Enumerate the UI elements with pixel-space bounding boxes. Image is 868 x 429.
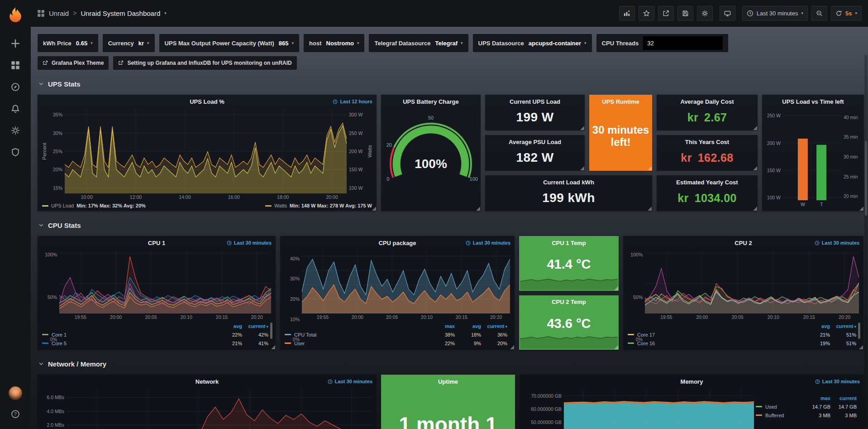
configuration-gear-icon xyxy=(11,126,20,135)
memory-chart[interactable] xyxy=(564,389,754,429)
time-range-picker[interactable]: Last 30 minutes ▾ xyxy=(742,6,808,21)
legend-row[interactable]: User22%9%20% xyxy=(285,339,507,347)
panel-header[interactable]: UPS Load % Last 12 hours xyxy=(38,95,377,108)
legend-row[interactable]: Core 1721%51% xyxy=(628,330,856,339)
dashboard-settings-button[interactable] xyxy=(697,6,713,21)
ups-load-chart[interactable] xyxy=(65,109,347,193)
legend-row[interactable]: Core 1619%51% xyxy=(628,339,856,347)
variable-value-dropdown[interactable]: 865▾ xyxy=(279,40,294,47)
zoom-out-button[interactable] xyxy=(811,6,827,21)
panel-header[interactable]: This Years Cost xyxy=(657,135,758,146)
share-button[interactable] xyxy=(658,6,674,21)
legend-header: avgcurrent▾ xyxy=(628,322,856,330)
legend-col-avg[interactable]: avg xyxy=(804,323,830,329)
legend-row[interactable]: CPU Total38%18%36% xyxy=(285,330,507,339)
sidebar-dashboards-button[interactable] xyxy=(0,54,31,76)
legend-row[interactable]: Core 122%42% xyxy=(42,330,268,339)
cpu1-chart[interactable] xyxy=(59,251,271,313)
legend-item[interactable]: UPS LoadMin: 17% Max: 32% Avg: 20% xyxy=(42,203,146,208)
legend-scrollbar[interactable] xyxy=(858,323,860,339)
x-axis-ticks: 19:5520:0020:0520:1020:1520:20 xyxy=(645,313,859,321)
panel-header[interactable]: Uptime xyxy=(381,375,515,386)
panel-time-override: Last 30 minutes xyxy=(815,379,860,384)
add-panel-button[interactable] xyxy=(619,6,635,21)
star-button[interactable] xyxy=(639,6,654,21)
y-axis-ticks-left: 70.000000 GB60.000000 GB50.000000 GB xyxy=(524,389,564,429)
legend-col-current[interactable]: current▾ xyxy=(481,323,507,329)
variable-value-dropdown[interactable]: 0.65▾ xyxy=(76,40,93,47)
legend-col-avg[interactable]: avg xyxy=(455,323,481,329)
panel-header[interactable]: CPU 1 Last 30 minutes xyxy=(38,236,276,250)
breadcrumb-folder[interactable]: Unraid xyxy=(49,10,69,17)
grafana-logo[interactable] xyxy=(6,5,24,24)
panel-time-override: Last 30 minutes xyxy=(328,379,372,384)
variable-value-dropdown[interactable]: kr▾ xyxy=(138,40,149,47)
panel-header[interactable]: Network Last 30 minutes xyxy=(38,375,377,388)
svg-text:T: T xyxy=(820,202,823,207)
legend: avgcurrent▾Core 122%42%Core 521%41% xyxy=(42,322,268,347)
cpu-package-chart[interactable] xyxy=(302,251,510,313)
panel-header[interactable]: UPS Runtime xyxy=(589,95,652,106)
panel-header[interactable]: UPS Load vs Time left xyxy=(762,95,864,108)
x-axis-ticks: 19:5520:0020:0520:1020:1520:20 xyxy=(59,313,271,321)
ups-vs-time-chart[interactable]: WT xyxy=(783,109,841,207)
legend-scrollbar[interactable] xyxy=(270,323,272,339)
page-scrollbar[interactable] xyxy=(864,55,868,427)
legend-col-max[interactable]: max xyxy=(804,395,830,401)
network-chart[interactable] xyxy=(67,389,372,429)
panel-header[interactable]: Current Load kWh xyxy=(485,175,652,187)
legend-col-current[interactable]: current▾ xyxy=(830,323,856,329)
legend-col-current[interactable]: current▾ xyxy=(242,323,268,329)
user-avatar[interactable] xyxy=(9,386,22,400)
section-cpu-stats[interactable]: CPU Stats xyxy=(38,220,864,231)
save-button[interactable] xyxy=(677,6,693,21)
legend-row[interactable]: Used14.7 GB14.7 GB xyxy=(756,402,857,411)
panel-header[interactable]: UPS Battery Charge xyxy=(381,95,481,108)
cpu2-chart[interactable] xyxy=(645,251,859,313)
sidebar-configuration-button[interactable] xyxy=(0,120,31,141)
sidebar-create-button[interactable] xyxy=(0,33,31,54)
cpu-threads-input[interactable] xyxy=(643,36,723,50)
refresh-interval[interactable]: 5s xyxy=(845,10,852,17)
variable-chip: UPS Max Output Power Capacity (Watt) 865… xyxy=(159,34,299,52)
sidebar-help-button[interactable]: ? xyxy=(0,406,31,422)
sidebar-server-admin-button[interactable] xyxy=(0,141,31,163)
legend-row[interactable]: Buffered3 MB3 MB xyxy=(756,411,857,419)
variable-value-dropdown[interactable]: Nostromo▾ xyxy=(326,40,359,47)
panel-header[interactable]: CPU 1 Temp xyxy=(519,236,619,247)
variable-value-dropdown[interactable]: apcupsd-container▾ xyxy=(529,40,587,47)
cycle-view-button[interactable] xyxy=(720,6,735,21)
panel-header[interactable]: Average PSU Load xyxy=(485,135,585,146)
external-link-icon xyxy=(43,60,48,66)
variable-label: UPS Datasource xyxy=(478,40,524,47)
legend-col-current[interactable]: current xyxy=(830,395,857,401)
apps-grid-icon xyxy=(37,10,45,17)
legend-row[interactable]: Core 521%41% xyxy=(42,339,268,347)
cpu-temps-column: CPU 1 Temp 41.4 °C CPU 2 Temp 43.6 °C xyxy=(519,236,619,350)
panel-header[interactable]: Current UPS Load xyxy=(485,95,585,106)
x-axis-ticks: 10:0012:0014:0016:0018:0020:00 xyxy=(65,193,347,201)
variable-chip-cpu-threads: CPU Threads xyxy=(596,34,729,52)
breadcrumb[interactable]: Unraid > Unraid System Dashboard ▾ xyxy=(37,10,167,17)
section-ups-stats[interactable]: UPS Stats xyxy=(38,78,864,89)
variable-value-dropdown[interactable]: Telegraf▾ xyxy=(435,40,463,47)
battery-gauge[interactable]: 02050100100% xyxy=(381,108,481,211)
panel-header[interactable]: CPU package Last 30 minutes xyxy=(280,236,515,250)
legend-item[interactable]: WattsMin: 148 W Max: 278 W Avg: 175 W xyxy=(265,203,372,208)
sidebar-explore-button[interactable] xyxy=(0,76,31,98)
panel-header[interactable]: Memory Last 30 minutes xyxy=(520,375,864,388)
legend-col-max[interactable]: max xyxy=(429,323,455,329)
panel-header[interactable]: CPU 2 Last 30 minutes xyxy=(623,236,863,250)
dashboard-link[interactable]: Grafana Plex Theme xyxy=(38,56,109,70)
legend-col-avg[interactable]: avg xyxy=(216,323,242,329)
stat-value: 199 W xyxy=(485,106,585,130)
dashboard-link[interactable]: Setting up Grafana and InfluxDB for UPS … xyxy=(113,56,296,70)
refresh-button[interactable]: 5s ▾ xyxy=(831,6,862,21)
panel-header[interactable]: CPU 2 Temp xyxy=(519,295,619,307)
panel-header[interactable]: Average Daily Cost xyxy=(657,95,758,106)
sidebar-alerting-button[interactable] xyxy=(0,98,31,120)
star-icon xyxy=(643,10,650,17)
dashboard-title[interactable]: Unraid System Dashboard xyxy=(81,10,160,17)
panel-header[interactable]: Estimated Yearly Cost xyxy=(657,175,758,187)
section-network-memory[interactable]: Network / Memory xyxy=(38,358,864,369)
